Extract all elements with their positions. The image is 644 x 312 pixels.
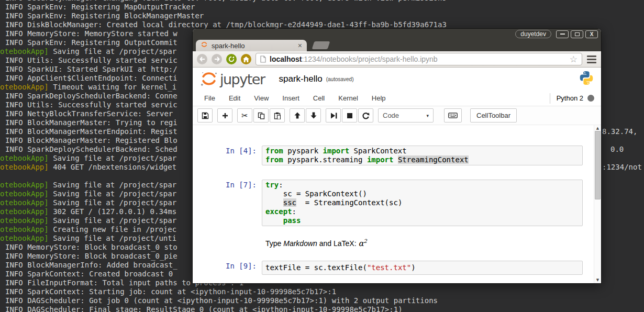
terminal-text-fragment: :1234/not <box>602 163 642 172</box>
scroll-down-icon[interactable]: ▼ <box>596 277 599 283</box>
terminal-log-line: otebookApp] Saving file at /project/spar <box>0 216 176 225</box>
copy-icon <box>258 112 265 119</box>
terminal-log-line: INFO SparkUI: Started SparkUI at http:/ <box>5 65 177 74</box>
run-icon <box>330 112 337 119</box>
terminal-log-line: INFO SparkEnv: Registering BlockManagerM… <box>5 12 204 20</box>
home-button[interactable] <box>241 54 251 64</box>
tab-close-icon[interactable]: × <box>298 42 302 49</box>
arrow-up-icon <box>294 112 301 119</box>
terminal-log-line: INFO Utils: Successfully started servic <box>5 56 177 65</box>
window-close-button[interactable]: X <box>585 30 598 38</box>
session-user-badge: duyetdev <box>515 30 551 38</box>
kernel-indicator: Python 2 <box>550 93 601 104</box>
add-cell-button[interactable] <box>217 108 232 122</box>
terminal-log-line: INFO MemoryStore: Block broadcast_0 sto <box>5 243 177 252</box>
cell-type-select[interactable]: Code ▾ <box>378 108 434 122</box>
forward-button[interactable] <box>212 54 222 64</box>
terminal-log-line: INFO MemoryStore: MemoryStore started w <box>5 29 177 38</box>
browser-tabstrip: spark-hello × <box>193 39 601 51</box>
url-text: localhost:1234/notebooks/project/spark-h… <box>270 55 438 63</box>
browser-menu-icon[interactable] <box>586 55 597 63</box>
notebook-cell: Type Markdown and LaTeX: α2 <box>193 236 594 249</box>
cell-input[interactable]: try: sc = SparkContext() ssc = Streaming… <box>262 180 583 226</box>
paste-cell-button[interactable] <box>270 108 285 122</box>
reload-button[interactable] <box>226 54 237 64</box>
url-bar[interactable]: localhost:1234/notebooks/project/spark-h… <box>256 53 582 65</box>
notebook-scrollbar[interactable]: ▲ ▼ <box>594 125 601 283</box>
copy-cell-button[interactable] <box>253 108 269 122</box>
run-cell-button[interactable] <box>326 108 341 122</box>
restart-kernel-button[interactable] <box>358 108 373 122</box>
new-tab-button[interactable] <box>312 41 330 49</box>
menu-cell[interactable]: Cell <box>306 94 331 102</box>
interrupt-kernel-button[interactable] <box>342 108 357 122</box>
cell-input[interactable]: from pyspark import SparkContextfrom pys… <box>262 146 583 165</box>
minimize-icon <box>560 34 565 35</box>
terminal-log-line: INFO SparkContext: Created broadcast 0 <box>5 270 173 278</box>
celltoolbar-button[interactable]: CellToolbar <box>470 108 517 122</box>
menu-kernel[interactable]: Kernel <box>331 94 365 102</box>
cell-prompt: In [9]: <box>193 261 262 271</box>
notebook-cells: In [4]:from pyspark import SparkContextf… <box>193 146 594 275</box>
terminal-log-line: INFO MemoryStore: Block broadcast_0_pie <box>5 252 177 261</box>
window-minimize-button[interactable] <box>556 30 569 38</box>
menu-view[interactable]: View <box>247 94 275 102</box>
terminal-log-line: otebookApp] 404 GET /nbextensions/widget <box>0 163 176 172</box>
cut-cell-button[interactable]: ✂ <box>237 108 252 122</box>
terminal-log-line: otebookApp] Saving file at /project/unti <box>0 234 176 243</box>
jupyter-menubar: FileEditViewInsertCellKernelHelp Python … <box>193 91 601 106</box>
home-icon <box>243 57 249 62</box>
paste-icon <box>274 112 281 119</box>
terminal-log-line: INFO Utils: Successfully started servic <box>5 101 177 109</box>
cell-type-value: Code <box>383 112 399 119</box>
jupyter-logo-icon <box>199 71 218 87</box>
scrollbar-thumb[interactable] <box>595 131 601 199</box>
window-titlebar: duyetdev X <box>193 29 601 39</box>
screen: INFO SecurityManager: Changing view acls… <box>0 0 644 312</box>
terminal-text-fragment: 0.0 <box>610 145 624 154</box>
terminal-log-line: INFO SparkContext: Starting job: count a… <box>5 287 336 296</box>
python-logo-icon <box>579 71 594 87</box>
command-palette-button[interactable] <box>444 108 462 122</box>
terminal-log-line: INFO SparkEnv: Registering OutputCommit <box>5 38 177 47</box>
terminal-log-line: otebookApp] Saving file at /project/spar <box>0 198 176 207</box>
url-host: localhost <box>270 55 302 63</box>
jupyter-page: jupyter spark-hello (autosaved) FileEdit… <box>193 68 601 283</box>
notebook-cell: In [4]:from pyspark import SparkContextf… <box>193 146 594 165</box>
notebook-cell: In [9]:textFile = sc.textFile("test.txt"… <box>193 261 594 275</box>
cell-prompt <box>193 236 262 237</box>
move-cell-down-button[interactable] <box>306 108 321 122</box>
terminal-log-line: otebookApp] Saving file at /project/spar <box>0 181 176 190</box>
notebook-content: In [4]:from pyspark import SparkContextf… <box>193 125 601 283</box>
terminal-log-line: INFO AppClient$ClientEndpoint: Connecti <box>5 74 177 83</box>
terminal-log-line: INFO DAGScheduler: Final stage: ResultSt… <box>5 305 403 312</box>
bookmark-star-icon[interactable]: ☆ <box>570 55 578 64</box>
jupyter-header: jupyter spark-hello (autosaved) <box>193 68 601 91</box>
terminal-log-line: INFO SparkDeploySchedulerBackend: Sched <box>5 145 177 154</box>
jupyter-wordmark: jupyter <box>220 72 265 86</box>
select-caret-icon: ▾ <box>426 113 429 118</box>
window-maximize-button[interactable] <box>571 30 583 38</box>
kernel-status-icon <box>587 95 594 102</box>
move-cell-up-button[interactable] <box>290 108 305 122</box>
cell-input[interactable]: textFile = sc.textFile("test.txt") <box>262 261 583 275</box>
menu-file[interactable]: File <box>197 94 222 102</box>
menu-help[interactable]: Help <box>365 94 393 102</box>
menu-insert[interactable]: Insert <box>275 94 306 102</box>
terminal-log-line: INFO BlockManagerMasterEndpoint: Regist <box>5 127 177 136</box>
forward-arrow-icon <box>214 57 220 62</box>
jupyter-logo[interactable]: jupyter <box>199 71 265 87</box>
stop-icon <box>347 113 353 119</box>
browser-tab[interactable]: spark-hello × <box>196 40 307 51</box>
save-button[interactable] <box>197 108 213 122</box>
url-path: :1234/notebooks/project/spark-hello.ipyn… <box>302 55 437 63</box>
cell-prompt: In [4]: <box>193 146 262 155</box>
arrow-down-icon <box>310 112 317 119</box>
terminal-log-line: otebookApp] Saving file at /project/spar <box>0 154 176 163</box>
notebook-title[interactable]: spark-hello <box>279 74 323 84</box>
markdown-cell-text[interactable]: Type Markdown and LaTeX: α2 <box>262 236 583 249</box>
menu-edit[interactable]: Edit <box>222 94 247 102</box>
keyboard-icon <box>448 113 458 118</box>
jupyter-favicon-icon <box>201 41 208 50</box>
back-button[interactable] <box>197 54 207 64</box>
